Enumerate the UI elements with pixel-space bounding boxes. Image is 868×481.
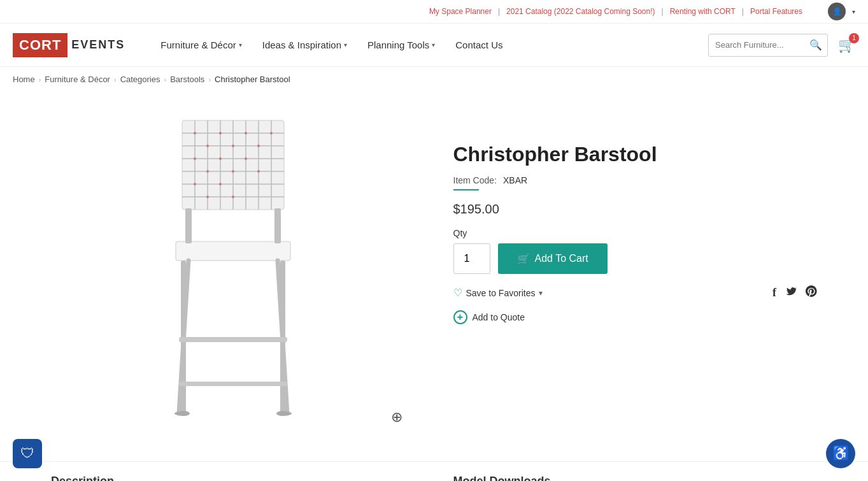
product-image-svg bbox=[144, 114, 322, 426]
pinterest-icon[interactable] bbox=[806, 285, 817, 300]
catalog-link[interactable]: 2021 Catalog (2022 Catalog Coming Soon!) bbox=[506, 7, 655, 16]
svg-point-14 bbox=[194, 132, 196, 134]
svg-point-16 bbox=[219, 132, 222, 134]
svg-rect-39 bbox=[179, 382, 287, 386]
product-image-wrap: ⊕ bbox=[51, 104, 415, 436]
twitter-icon[interactable] bbox=[785, 285, 797, 300]
save-favorites-button[interactable]: ♡ Save to Favorites ▾ bbox=[453, 287, 543, 299]
svg-point-29 bbox=[219, 183, 222, 185]
nav-furniture-decor-label: Furniture & Décor bbox=[160, 39, 236, 50]
accessibility-icon: ♿ bbox=[832, 445, 850, 462]
breadcrumb-sep-1: › bbox=[39, 76, 41, 83]
chevron-down-icon-2: ▾ bbox=[344, 41, 347, 48]
svg-point-25 bbox=[245, 157, 247, 160]
header-icons: 🛒 1 bbox=[838, 37, 855, 54]
breadcrumb-sep-4: › bbox=[208, 76, 211, 83]
user-icon[interactable]: 👤 bbox=[828, 3, 846, 20]
add-to-quote-button[interactable]: + Add to Quote bbox=[453, 310, 525, 324]
cart-icon-btn: 🛒 bbox=[517, 253, 530, 265]
svg-point-18 bbox=[245, 132, 247, 134]
nav-planning-label: Planning Tools bbox=[367, 39, 429, 50]
svg-point-22 bbox=[206, 170, 209, 173]
logo-brand: CORT bbox=[13, 33, 68, 57]
product-section: ⊕ Christopher Barstool Item Code: XBAR $… bbox=[0, 92, 868, 461]
search-button[interactable]: 🔍 bbox=[804, 39, 827, 51]
svg-point-19 bbox=[257, 145, 260, 147]
accessibility-button[interactable]: ♿ bbox=[826, 439, 855, 468]
heart-icon: ♡ bbox=[453, 287, 462, 299]
qty-cart-row: 🛒 Add To Cart bbox=[453, 243, 818, 274]
breadcrumb-categories[interactable]: Categories bbox=[120, 75, 160, 84]
svg-point-30 bbox=[232, 196, 234, 198]
nav-ideas-inspiration[interactable]: Ideas & Inspiration ▾ bbox=[252, 24, 357, 67]
breadcrumb-sep-2: › bbox=[114, 76, 117, 83]
item-code-row: Item Code: XBAR bbox=[453, 175, 818, 185]
portal-link[interactable]: Portal Features bbox=[750, 7, 802, 16]
breadcrumb-barstools[interactable]: Barstools bbox=[170, 75, 204, 84]
breadcrumb: Home › Furniture & Décor › Categories › … bbox=[0, 67, 868, 92]
main-nav: Furniture & Décor ▾ Ideas & Inspiration … bbox=[150, 24, 708, 67]
svg-point-27 bbox=[194, 183, 196, 185]
svg-point-21 bbox=[194, 157, 196, 160]
search-input[interactable] bbox=[709, 40, 804, 50]
svg-rect-33 bbox=[274, 208, 281, 243]
add-to-quote-label: Add to Quote bbox=[473, 312, 525, 322]
shield-button[interactable]: 🛡 bbox=[13, 439, 42, 468]
item-code-value: XBAR bbox=[503, 175, 527, 185]
svg-point-15 bbox=[206, 145, 209, 147]
qty-label: Qty bbox=[453, 228, 818, 238]
nav-contact-us[interactable]: Contact Us bbox=[445, 24, 513, 67]
product-title: Christopher Barstool bbox=[453, 143, 818, 166]
breadcrumb-furniture[interactable]: Furniture & Décor bbox=[45, 75, 110, 84]
nav-contact-label: Contact Us bbox=[455, 39, 502, 50]
search-area: 🔍 bbox=[708, 34, 828, 57]
actions-row: ♡ Save to Favorites ▾ f bbox=[453, 285, 818, 300]
description-title: Description bbox=[51, 475, 415, 481]
save-favorites-chevron: ▾ bbox=[539, 289, 543, 298]
shield-icon: 🛡 bbox=[20, 445, 34, 462]
facebook-icon[interactable]: f bbox=[772, 286, 776, 299]
nav-planning-tools[interactable]: Planning Tools ▾ bbox=[357, 24, 445, 67]
add-to-cart-label: Add To Cart bbox=[535, 253, 588, 264]
logo-sub: EVENTS bbox=[71, 38, 125, 52]
model-downloads-section: Model Downloads bbox=[453, 475, 818, 481]
separator-3: | bbox=[742, 7, 744, 16]
chevron-down-icon: ▾ bbox=[239, 41, 242, 48]
top-bar: My Space Planner | 2021 Catalog (2022 Ca… bbox=[0, 0, 868, 24]
svg-point-20 bbox=[270, 132, 273, 134]
item-code-label: Item Code: bbox=[453, 175, 497, 185]
svg-point-23 bbox=[219, 157, 222, 160]
product-info: Christopher Barstool Item Code: XBAR $19… bbox=[453, 104, 818, 324]
product-price: $195.00 bbox=[453, 202, 818, 217]
chevron-down-icon-3: ▾ bbox=[432, 41, 435, 48]
description-section: Description bbox=[51, 475, 415, 481]
add-to-cart-button[interactable]: 🛒 Add To Cart bbox=[498, 243, 608, 274]
logo[interactable]: CORT EVENTS bbox=[13, 33, 125, 57]
svg-rect-32 bbox=[185, 208, 192, 243]
svg-point-17 bbox=[232, 145, 234, 147]
svg-point-43 bbox=[281, 412, 292, 415]
breadcrumb-sep-3: › bbox=[164, 76, 167, 83]
svg-point-24 bbox=[232, 170, 234, 173]
qty-input[interactable] bbox=[453, 243, 490, 274]
bottom-section: Description Model Downloads bbox=[0, 461, 868, 481]
breadcrumb-home[interactable]: Home bbox=[13, 75, 35, 84]
svg-point-42 bbox=[174, 412, 185, 415]
zoom-icon[interactable]: ⊕ bbox=[391, 409, 402, 426]
cart-badge: 1 bbox=[849, 33, 859, 43]
user-chevron: ▾ bbox=[852, 8, 855, 15]
circle-plus-icon: + bbox=[453, 310, 467, 324]
svg-rect-38 bbox=[179, 337, 287, 342]
svg-point-28 bbox=[206, 196, 209, 198]
my-space-planner-link[interactable]: My Space Planner bbox=[429, 7, 492, 16]
separator-1: | bbox=[498, 7, 500, 16]
item-code-underline bbox=[453, 189, 479, 190]
svg-rect-31 bbox=[176, 241, 290, 261]
separator-2: | bbox=[662, 7, 664, 16]
breadcrumb-current: Christopher Barstool bbox=[215, 75, 290, 84]
nav-ideas-label: Ideas & Inspiration bbox=[262, 39, 341, 50]
model-downloads-title: Model Downloads bbox=[453, 475, 818, 481]
renting-link[interactable]: Renting with CORT bbox=[670, 7, 736, 16]
cart-icon-wrap[interactable]: 🛒 1 bbox=[838, 37, 855, 54]
nav-furniture-decor[interactable]: Furniture & Décor ▾ bbox=[150, 24, 252, 67]
